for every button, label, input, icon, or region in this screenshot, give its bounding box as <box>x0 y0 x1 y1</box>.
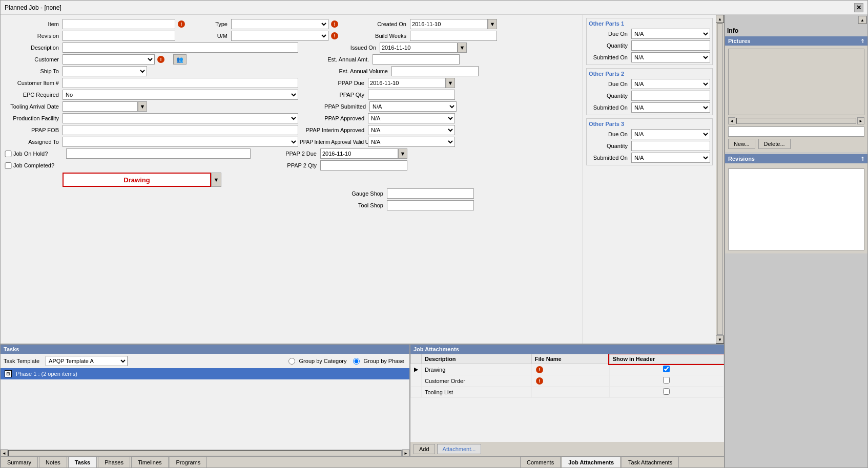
show-header-check-1[interactable] <box>663 366 670 372</box>
info-scroll-up[interactable]: ▲ <box>858 16 866 24</box>
ppap-due-dropdown[interactable]: ▼ <box>446 78 455 88</box>
um-select[interactable] <box>231 31 328 41</box>
ppap-interim-approved-select[interactable]: N/A <box>368 125 455 135</box>
customer-select[interactable] <box>63 54 155 65</box>
ppap2-qty-input[interactable] <box>320 160 407 171</box>
attach-desc-2: Customer Order <box>422 375 532 387</box>
phase-1-row[interactable]: ⊞ Phase 1 : (2 open items) <box>1 368 409 379</box>
ppap-fob-input[interactable] <box>63 125 298 135</box>
tab-tasks[interactable]: Tasks <box>68 457 97 467</box>
group-by-phase-radio[interactable] <box>353 358 360 365</box>
submitted-on-2-select[interactable]: N/A <box>631 102 710 113</box>
job-on-hold-checkbox[interactable] <box>5 151 12 157</box>
form-area: Item ! Type ! Created On ▼ <box>1 15 583 344</box>
type-select[interactable] <box>231 19 328 29</box>
issued-on-input[interactable] <box>380 42 458 53</box>
epc-required-select[interactable]: No <box>63 90 298 100</box>
description-input[interactable] <box>63 42 298 53</box>
build-weeks-input[interactable] <box>410 31 497 41</box>
est-annual-vol-input[interactable] <box>391 66 479 76</box>
attachment-btn[interactable]: Attachment... <box>437 444 482 454</box>
revisions-collapse-icon[interactable]: ⇑ <box>860 156 864 162</box>
quantity-1-input[interactable] <box>631 40 710 51</box>
created-on-input[interactable] <box>410 19 488 29</box>
show-header-check-2[interactable] <box>663 377 670 384</box>
tooling-arrival-dropdown[interactable]: ▼ <box>138 101 147 112</box>
phase-expand-icon[interactable]: ⊞ <box>5 370 12 377</box>
tab-notes[interactable]: Notes <box>39 457 67 467</box>
tab-comments[interactable]: Comments <box>520 457 561 467</box>
right-tabs: Comments Job Attachments Task Attachment… <box>520 457 724 467</box>
quantity-2-input[interactable] <box>631 91 710 101</box>
customer-lookup-btn[interactable]: 👥 <box>173 54 187 65</box>
quantity-3-input[interactable] <box>631 141 710 151</box>
collapse-icon[interactable]: ⇑ <box>860 38 864 44</box>
pic-prev-btn[interactable]: ◄ <box>728 117 735 124</box>
gauge-shop-input[interactable] <box>387 188 474 199</box>
delete-picture-btn[interactable]: Delete... <box>758 139 791 149</box>
other-parts-1-title: Other Parts 1 <box>589 20 710 27</box>
ppap-interim-valid-select[interactable]: N/A <box>368 137 455 147</box>
tab-task-attachments[interactable]: Task Attachments <box>622 457 679 467</box>
job-completed-checkbox[interactable] <box>5 162 12 169</box>
pic-scroll-track[interactable] <box>736 118 856 124</box>
ppap-due-input[interactable] <box>368 78 446 88</box>
task-template-select[interactable]: APQP Template A <box>46 356 128 366</box>
ship-to-select[interactable] <box>63 66 147 76</box>
form-scrollbar[interactable]: ▲ ▼ <box>716 15 724 344</box>
tab-job-attachments[interactable]: Job Attachments <box>562 457 621 467</box>
show-header-check-3[interactable] <box>663 388 670 395</box>
new-picture-btn[interactable]: New... <box>728 139 755 149</box>
job-on-hold-input[interactable] <box>66 148 251 159</box>
close-button[interactable]: ✕ <box>854 3 863 12</box>
assigned-to-label: Assigned To <box>5 139 61 145</box>
tab-summary[interactable]: Summary <box>1 457 38 467</box>
scroll-down-btn[interactable]: ▼ <box>716 335 724 344</box>
quantity-1-label: Quantity <box>589 42 630 49</box>
revisions-header: Revisions ⇑ <box>725 154 867 163</box>
ppap2-due-input[interactable] <box>320 148 398 159</box>
due-on-3-select[interactable]: N/A <box>631 129 710 139</box>
submitted-on-3-select[interactable]: N/A <box>631 153 710 163</box>
tab-phases[interactable]: Phases <box>98 457 130 467</box>
add-attachment-btn[interactable]: Add <box>414 444 435 454</box>
um-label: U/M <box>189 33 230 39</box>
est-annual-amt-input[interactable] <box>373 54 460 65</box>
customer-item-input[interactable] <box>63 78 298 88</box>
due-on-2-select[interactable]: N/A <box>631 79 710 89</box>
created-on-dropdown[interactable]: ▼ <box>488 19 497 29</box>
assigned-to-select[interactable] <box>63 137 298 147</box>
attach-btn-row: Add Attachment... <box>410 442 724 456</box>
submitted-on-1-select[interactable]: N/A <box>631 52 710 62</box>
hscroll-track[interactable] <box>8 450 402 456</box>
attach-required-1: ! <box>536 366 543 373</box>
ppap-approved-select[interactable]: N/A <box>368 113 455 123</box>
ppap2-due-dropdown[interactable]: ▼ <box>398 148 407 159</box>
hscroll-right-btn[interactable]: ► <box>402 450 409 457</box>
tooling-arrival-input[interactable] <box>63 101 138 112</box>
col-file-name: File Name <box>531 354 609 364</box>
ppap-qty-input[interactable] <box>368 90 455 100</box>
picture-name-field[interactable] <box>728 126 864 137</box>
other-parts-panel: Other Parts 1 Due On N/A Quantity Submit… <box>583 15 716 344</box>
scroll-up-btn[interactable]: ▲ <box>716 15 724 23</box>
drawing-dropdown[interactable]: ▼ <box>211 173 221 187</box>
hscroll-left-btn[interactable]: ◄ <box>1 450 8 457</box>
production-facility-select[interactable] <box>63 113 298 123</box>
tab-programs[interactable]: Programs <box>170 457 208 467</box>
revision-input[interactable] <box>63 31 175 41</box>
tool-shop-input[interactable] <box>387 200 474 210</box>
tab-timelines[interactable]: Timelines <box>131 457 169 467</box>
scroll-track[interactable] <box>717 24 723 335</box>
attachment-row-1: ▶ Drawing ! <box>411 364 724 375</box>
drawing-button[interactable]: Drawing <box>63 173 211 187</box>
item-input[interactable] <box>63 19 175 29</box>
tasks-toolbar: Task Template APQP Template A Group by C… <box>1 354 409 368</box>
ppap-submitted-select[interactable]: N/A <box>369 101 457 112</box>
issued-on-dropdown[interactable]: ▼ <box>458 42 467 53</box>
due-on-1-select[interactable]: N/A <box>631 29 710 39</box>
issued-on-label: Issued On <box>312 45 378 51</box>
row-expand-icon[interactable]: ▶ <box>414 366 418 372</box>
group-by-category-radio[interactable] <box>288 358 295 365</box>
pic-next-btn[interactable]: ► <box>857 117 864 124</box>
